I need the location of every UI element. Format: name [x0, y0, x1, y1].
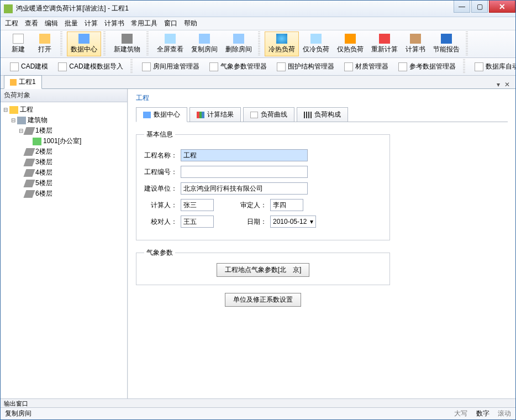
reviewer-input[interactable]: [270, 199, 303, 211]
tree-floor-5[interactable]: 5楼层: [35, 179, 52, 188]
project-icon: [9, 106, 18, 114]
tree-view[interactable]: ⊟工程 ⊟建筑物 ⊟1楼层 1001[办公室] 2楼层 3楼层 4楼层 5楼层 …: [1, 102, 127, 398]
document-tab-label: 工程1: [19, 77, 36, 87]
label-date: 日期：: [234, 217, 267, 227]
material-mgr-button-icon: [344, 62, 353, 71]
menu-4[interactable]: 计算: [85, 19, 98, 28]
sidebar: 负荷对象 ⊟工程 ⊟建筑物 ⊟1楼层 1001[办公室] 2楼层 3楼层 4楼层…: [1, 89, 128, 398]
maximize-button[interactable]: ▢: [471, 1, 488, 13]
energy-report-button[interactable]: 节能报告: [429, 32, 464, 56]
floor-icon: [23, 148, 35, 156]
new-building-button[interactable]: 新建筑物: [110, 32, 144, 56]
close-button[interactable]: ✕: [489, 1, 515, 13]
envelope-mgr-button-icon: [277, 62, 286, 71]
app-icon: [4, 4, 13, 13]
tab-close-icon[interactable]: ✕: [502, 81, 512, 88]
heating-only-button[interactable]: 仅热负荷: [333, 32, 367, 56]
status-text: 复制房间: [5, 409, 447, 418]
cad-import-button[interactable]: CAD建模数据导入: [53, 59, 128, 74]
menu-2[interactable]: 编辑: [45, 19, 58, 28]
menu-1[interactable]: 查看: [25, 19, 38, 28]
envelope-mgr-button[interactable]: 围护结构管理器: [272, 59, 339, 74]
fullscreen-button[interactable]: 全屏查看: [153, 32, 187, 56]
status-num: 数字: [476, 410, 489, 417]
proj-no-input[interactable]: [181, 166, 308, 178]
tab-calc-result[interactable]: 计算结果: [189, 107, 241, 122]
basic-info-group: 基本信息 工程名称： 工程编号： 建设单位： 计算人：: [136, 130, 390, 240]
cad-model-button-icon: [10, 62, 19, 71]
data-center-button[interactable]: 数据中心: [67, 32, 101, 56]
output-window-header[interactable]: 输出窗口: [1, 398, 515, 407]
tab-data-center[interactable]: 数据中心: [136, 107, 187, 122]
tree-floor-2[interactable]: 2楼层: [35, 147, 52, 156]
cooling-only-button-icon: [310, 34, 322, 44]
tree-floor-6[interactable]: 6楼层: [35, 189, 52, 198]
recalc-button[interactable]: 重新计算: [367, 32, 402, 56]
reference-mgr-button[interactable]: 参考数据管理器: [393, 59, 461, 74]
menu-3[interactable]: 批量: [65, 19, 78, 28]
recalc-button-icon: [379, 34, 390, 44]
room-usage-mgr-button[interactable]: 房间用途管理器: [137, 59, 204, 74]
cooling-only-button[interactable]: 仅冷负荷: [299, 32, 333, 56]
tab-dropdown-icon[interactable]: ▾: [494, 81, 502, 88]
open-button[interactable]: 打开: [31, 32, 58, 56]
cad-model-button[interactable]: CAD建模: [5, 59, 53, 74]
tree-floor-1[interactable]: 1楼层: [35, 126, 52, 135]
label-calculator: 计算人：: [144, 201, 177, 210]
calc-book-button[interactable]: 计算书: [402, 32, 429, 56]
minimize-button[interactable]: —: [454, 1, 470, 13]
main-toolbar: 新建打开数据中心新建筑物全屏查看复制房间删除房间冷热负荷仅冷负荷仅热负荷重新计算…: [1, 30, 515, 58]
weather-group: 气象参数 工程地点气象参数[北 京]: [136, 248, 390, 285]
date-picker[interactable]: 2010-05-12 ▾: [270, 216, 316, 228]
new-building-button-icon: [122, 34, 133, 44]
building-icon: [17, 117, 26, 124]
copy-room-button-icon: [199, 34, 210, 44]
tree-floor-3[interactable]: 3楼层: [35, 158, 52, 167]
floor-icon: [23, 159, 35, 166]
new-button[interactable]: 新建: [5, 32, 31, 56]
unit-correction-button[interactable]: 单位及修正系数设置: [225, 293, 301, 307]
tree-room[interactable]: 1001[办公室]: [43, 136, 81, 146]
tab-load-composition[interactable]: 负荷构成: [297, 107, 348, 122]
menu-bar: 工程查看编辑批量计算计算书常用工具窗口帮助: [1, 17, 515, 30]
fullscreen-button-icon: [165, 34, 176, 44]
menu-8[interactable]: 帮助: [184, 19, 197, 28]
basic-info-legend: 基本信息: [144, 130, 175, 139]
menu-5[interactable]: 计算书: [104, 19, 124, 28]
menu-0[interactable]: 工程: [5, 19, 18, 28]
builder-input[interactable]: [181, 182, 308, 195]
document-icon: [10, 79, 17, 86]
floor-icon: [23, 127, 35, 135]
sidebar-header: 负荷对象: [1, 89, 127, 102]
db-update-button[interactable]: 数据库自动更新: [470, 59, 516, 74]
menu-7[interactable]: 窗口: [164, 19, 177, 28]
proj-name-input[interactable]: [181, 149, 308, 161]
cooling-heating-load-button[interactable]: 冷热负荷: [265, 32, 299, 56]
label-reviewer: 审定人：: [234, 201, 267, 210]
title-bar: 鸿业暖通空调负荷计算[谐波法] - 工程1 — ▢ ✕: [1, 1, 515, 17]
document-tab[interactable]: 工程1: [4, 75, 42, 89]
weather-mgr-button[interactable]: 气象参数管理器: [204, 59, 272, 74]
label-proj-name: 工程名称：: [144, 151, 177, 160]
db-update-button-icon: [475, 62, 483, 71]
cooling-heating-load-button-icon: [276, 34, 287, 44]
delete-room-button[interactable]: 删除房间: [222, 32, 256, 56]
tree-project[interactable]: 工程: [20, 105, 33, 114]
tab-load-curve[interactable]: 负荷曲线: [243, 107, 294, 122]
menu-6[interactable]: 常用工具: [131, 19, 157, 28]
data-center-button-icon: [78, 34, 89, 44]
open-button-icon: [39, 34, 50, 44]
new-button-icon: [13, 34, 24, 44]
date-value: 2010-05-12: [273, 218, 307, 225]
material-mgr-button[interactable]: 材质管理器: [339, 59, 393, 74]
energy-report-button-icon: [441, 34, 452, 44]
weather-mgr-button-icon: [209, 62, 218, 71]
tree-floor-4[interactable]: 4楼层: [35, 168, 52, 177]
tree-building[interactable]: 建筑物: [28, 116, 48, 125]
calc-book-button-icon: [410, 34, 421, 44]
copy-room-button[interactable]: 复制房间: [187, 32, 222, 56]
checker-input[interactable]: [181, 216, 214, 228]
weather-params-button[interactable]: 工程地点气象参数[北 京]: [217, 263, 310, 277]
room-usage-mgr-button-icon: [142, 62, 151, 71]
calculator-input[interactable]: [181, 199, 214, 211]
